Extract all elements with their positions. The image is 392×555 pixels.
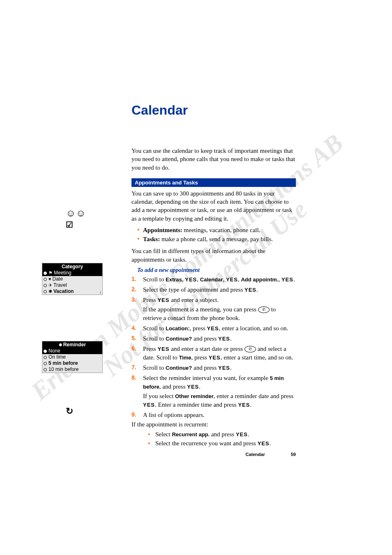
section-body: You can save up to 300 appointments and … [131,189,296,223]
category-header: Category [42,263,102,270]
step-2: Select the type of appointment and press… [131,286,296,294]
category-item: ✱Vacation [42,288,102,295]
reminder-item: None [42,348,102,354]
recurrent-icon: ↻ [66,406,73,417]
steps-list: Scroll to Extras, YES, Calendar, YES, Ad… [131,275,296,419]
main-content: Calendar You can use the calendar to kee… [131,103,296,448]
step-8: Select the reminder interval you want, f… [131,374,296,409]
recurrent-intro: If the appointment is recurrent: [131,421,296,428]
phonebook-button-icon: ✆ [244,346,256,352]
intro-text: You can use the calendar to keep track o… [131,147,296,172]
step-1: Scroll to Extras, YES, Calendar, YES, Ad… [131,275,296,284]
reminder-screen: Reminder None On time 5 min before 10 mi… [42,341,103,373]
reminder-item: 10 min before [42,366,102,373]
step-4: Scroll to Location:, press YES, enter a … [131,324,296,333]
reminder-item: 5 min before [42,360,102,366]
reminder-header: Reminder [42,341,102,348]
checkbox-icon: ☑ [66,220,73,230]
page-number: 59 [291,452,296,457]
recurrent-bullet-2: Select the recurrence you want and press… [148,439,296,448]
recurrent-bullet-1: Select Recurrent app. and press YES. [148,430,296,439]
category-item: ♥Date [42,276,102,282]
page-footer: Calendar 59 [131,452,296,457]
page-title: Calendar [131,103,296,118]
category-screen: Category ⚑Meeting ♥Date ✈Travel ✱Vacatio… [42,263,103,295]
step-6: Press YES and enter a start date or pres… [131,345,296,362]
footer-label: Calendar [246,452,265,457]
section-heading: Appointments and Tasks [131,178,296,187]
bullet-tasks: Tasks: make a phone call, send a message… [137,235,296,244]
section-tail: You can fill in different types of infor… [131,247,296,264]
step-9: A list of options appears. [131,411,296,419]
category-item: ⚑Meeting [42,270,102,276]
step-3: Press YES and enter a subject. If the ap… [131,296,296,322]
step-5: Scroll to Continue? and press YES. [131,334,296,343]
phonebook-button-icon: ✆ [258,306,270,313]
people-icon: ☺☺ [66,207,86,219]
bullet-appointments: Appointments: meetings, vacation, phone … [137,226,296,235]
reminder-item: On time [42,354,102,360]
step-7: Scroll to Continue? and press YES. [131,364,296,372]
category-item: ✈Travel [42,282,102,288]
howto-heading: To add a new appointment [137,267,296,274]
